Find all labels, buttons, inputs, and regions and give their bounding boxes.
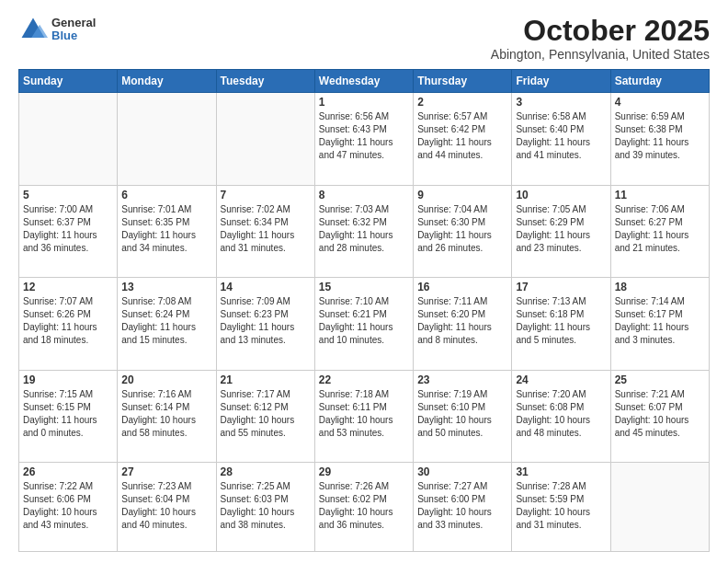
calendar-cell: [19, 93, 118, 185]
day-number: 30: [417, 465, 507, 478]
day-info: Sunrise: 7:15 AM Sunset: 6:15 PM Dayligh…: [23, 388, 113, 440]
calendar-cell: 8Sunrise: 7:03 AM Sunset: 6:32 PM Daylig…: [314, 185, 413, 277]
day-number: 14: [221, 281, 311, 293]
month-title: October 2025: [491, 15, 710, 47]
day-info: Sunrise: 7:09 AM Sunset: 6:23 PM Dayligh…: [221, 295, 311, 347]
calendar-cell: 4Sunrise: 6:59 AM Sunset: 6:38 PM Daylig…: [610, 93, 709, 185]
calendar-cell: 5Sunrise: 7:00 AM Sunset: 6:37 PM Daylig…: [19, 185, 118, 277]
calendar-week-1: 1Sunrise: 6:56 AM Sunset: 6:43 PM Daylig…: [19, 93, 710, 185]
calendar-cell: 11Sunrise: 7:06 AM Sunset: 6:27 PM Dayli…: [610, 185, 709, 277]
weekday-friday: Friday: [512, 70, 610, 93]
day-info: Sunrise: 7:14 AM Sunset: 6:17 PM Dayligh…: [615, 295, 705, 347]
weekday-monday: Monday: [118, 70, 216, 93]
calendar-cell: 29Sunrise: 7:26 AM Sunset: 6:02 PM Dayli…: [314, 463, 413, 552]
day-info: Sunrise: 7:06 AM Sunset: 6:27 PM Dayligh…: [615, 203, 705, 255]
day-info: Sunrise: 7:26 AM Sunset: 6:02 PM Dayligh…: [319, 480, 409, 532]
logo-general: General: [51, 17, 96, 29]
day-number: 26: [23, 465, 113, 478]
page: General Blue October 2025 Abington, Penn…: [0, 0, 728, 563]
day-info: Sunrise: 7:21 AM Sunset: 6:07 PM Dayligh…: [615, 388, 705, 440]
day-number: 10: [516, 189, 606, 201]
calendar-cell: 24Sunrise: 7:20 AM Sunset: 6:08 PM Dayli…: [512, 370, 610, 462]
calendar-cell: [216, 93, 314, 185]
calendar-cell: 7Sunrise: 7:02 AM Sunset: 6:34 PM Daylig…: [216, 185, 314, 277]
calendar-cell: 31Sunrise: 7:28 AM Sunset: 5:59 PM Dayli…: [512, 463, 610, 552]
calendar-cell: 1Sunrise: 6:56 AM Sunset: 6:43 PM Daylig…: [314, 93, 413, 185]
day-info: Sunrise: 7:22 AM Sunset: 6:06 PM Dayligh…: [23, 480, 113, 532]
day-number: 9: [417, 189, 507, 201]
calendar-cell: 20Sunrise: 7:16 AM Sunset: 6:14 PM Dayli…: [118, 370, 216, 462]
day-number: 25: [615, 373, 705, 386]
day-info: Sunrise: 7:11 AM Sunset: 6:20 PM Dayligh…: [417, 295, 507, 347]
header: General Blue October 2025 Abington, Penn…: [18, 15, 710, 62]
day-info: Sunrise: 7:10 AM Sunset: 6:21 PM Dayligh…: [319, 295, 409, 347]
day-number: 3: [516, 96, 606, 109]
day-info: Sunrise: 7:20 AM Sunset: 6:08 PM Dayligh…: [516, 388, 606, 440]
day-info: Sunrise: 7:00 AM Sunset: 6:37 PM Dayligh…: [23, 203, 113, 255]
day-info: Sunrise: 6:59 AM Sunset: 6:38 PM Dayligh…: [615, 110, 705, 162]
calendar-header: SundayMondayTuesdayWednesdayThursdayFrid…: [19, 70, 710, 93]
day-number: 28: [221, 465, 311, 478]
day-info: Sunrise: 7:23 AM Sunset: 6:04 PM Dayligh…: [121, 480, 211, 532]
day-info: Sunrise: 7:19 AM Sunset: 6:10 PM Dayligh…: [417, 388, 507, 440]
title-block: October 2025 Abington, Pennsylvania, Uni…: [491, 15, 710, 62]
day-number: 11: [615, 189, 705, 201]
day-info: Sunrise: 7:01 AM Sunset: 6:35 PM Dayligh…: [121, 203, 211, 255]
day-number: 15: [319, 281, 409, 293]
calendar-cell: 3Sunrise: 6:58 AM Sunset: 6:40 PM Daylig…: [512, 93, 610, 185]
weekday-header-row: SundayMondayTuesdayWednesdayThursdayFrid…: [19, 70, 710, 93]
logo-blue: Blue: [51, 29, 96, 42]
calendar-cell: 26Sunrise: 7:22 AM Sunset: 6:06 PM Dayli…: [19, 463, 118, 552]
day-number: 27: [121, 465, 211, 478]
day-info: Sunrise: 7:08 AM Sunset: 6:24 PM Dayligh…: [121, 295, 211, 347]
calendar-cell: 10Sunrise: 7:05 AM Sunset: 6:29 PM Dayli…: [512, 185, 610, 277]
calendar-cell: [610, 463, 709, 552]
day-number: 7: [221, 189, 311, 201]
calendar-cell: 25Sunrise: 7:21 AM Sunset: 6:07 PM Dayli…: [610, 370, 709, 462]
day-number: 18: [615, 281, 705, 293]
day-info: Sunrise: 7:16 AM Sunset: 6:14 PM Dayligh…: [121, 388, 211, 440]
day-number: 8: [319, 189, 409, 201]
logo-text: General Blue: [51, 17, 96, 43]
day-number: 12: [23, 281, 113, 293]
calendar-cell: 18Sunrise: 7:14 AM Sunset: 6:17 PM Dayli…: [610, 278, 709, 370]
day-number: 5: [23, 189, 113, 201]
calendar-cell: 23Sunrise: 7:19 AM Sunset: 6:10 PM Dayli…: [414, 370, 512, 462]
logo: General Blue: [18, 15, 96, 44]
weekday-sunday: Sunday: [19, 70, 118, 93]
calendar-week-5: 26Sunrise: 7:22 AM Sunset: 6:06 PM Dayli…: [19, 463, 710, 552]
calendar-cell: 19Sunrise: 7:15 AM Sunset: 6:15 PM Dayli…: [19, 370, 118, 462]
day-info: Sunrise: 7:05 AM Sunset: 6:29 PM Dayligh…: [516, 203, 606, 255]
weekday-thursday: Thursday: [414, 70, 512, 93]
calendar-cell: 30Sunrise: 7:27 AM Sunset: 6:00 PM Dayli…: [414, 463, 512, 552]
day-info: Sunrise: 7:13 AM Sunset: 6:18 PM Dayligh…: [516, 295, 606, 347]
day-info: Sunrise: 6:58 AM Sunset: 6:40 PM Dayligh…: [516, 110, 606, 162]
day-info: Sunrise: 7:27 AM Sunset: 6:00 PM Dayligh…: [417, 480, 507, 532]
day-number: 19: [23, 373, 113, 386]
day-info: Sunrise: 6:57 AM Sunset: 6:42 PM Dayligh…: [417, 110, 507, 162]
day-info: Sunrise: 7:07 AM Sunset: 6:26 PM Dayligh…: [23, 295, 113, 347]
calendar-cell: 2Sunrise: 6:57 AM Sunset: 6:42 PM Daylig…: [414, 93, 512, 185]
day-number: 24: [516, 373, 606, 386]
location: Abington, Pennsylvania, United States: [491, 47, 710, 62]
weekday-saturday: Saturday: [610, 70, 709, 93]
calendar-cell: 15Sunrise: 7:10 AM Sunset: 6:21 PM Dayli…: [314, 278, 413, 370]
day-info: Sunrise: 7:02 AM Sunset: 6:34 PM Dayligh…: [221, 203, 311, 255]
calendar-cell: 6Sunrise: 7:01 AM Sunset: 6:35 PM Daylig…: [118, 185, 216, 277]
calendar-week-3: 12Sunrise: 7:07 AM Sunset: 6:26 PM Dayli…: [19, 278, 710, 370]
day-number: 2: [417, 96, 507, 109]
day-info: Sunrise: 7:04 AM Sunset: 6:30 PM Dayligh…: [417, 203, 507, 255]
day-number: 13: [121, 281, 211, 293]
calendar-body: 1Sunrise: 6:56 AM Sunset: 6:43 PM Daylig…: [19, 93, 710, 552]
calendar-week-4: 19Sunrise: 7:15 AM Sunset: 6:15 PM Dayli…: [19, 370, 710, 462]
day-number: 29: [319, 465, 409, 478]
day-info: Sunrise: 7:25 AM Sunset: 6:03 PM Dayligh…: [221, 480, 311, 532]
logo-icon: [18, 15, 48, 44]
calendar-cell: 27Sunrise: 7:23 AM Sunset: 6:04 PM Dayli…: [118, 463, 216, 552]
calendar-cell: [118, 93, 216, 185]
weekday-wednesday: Wednesday: [314, 70, 413, 93]
day-number: 22: [319, 373, 409, 386]
calendar-cell: 22Sunrise: 7:18 AM Sunset: 6:11 PM Dayli…: [314, 370, 413, 462]
calendar-cell: 9Sunrise: 7:04 AM Sunset: 6:30 PM Daylig…: [414, 185, 512, 277]
calendar-table: SundayMondayTuesdayWednesdayThursdayFrid…: [18, 69, 710, 552]
